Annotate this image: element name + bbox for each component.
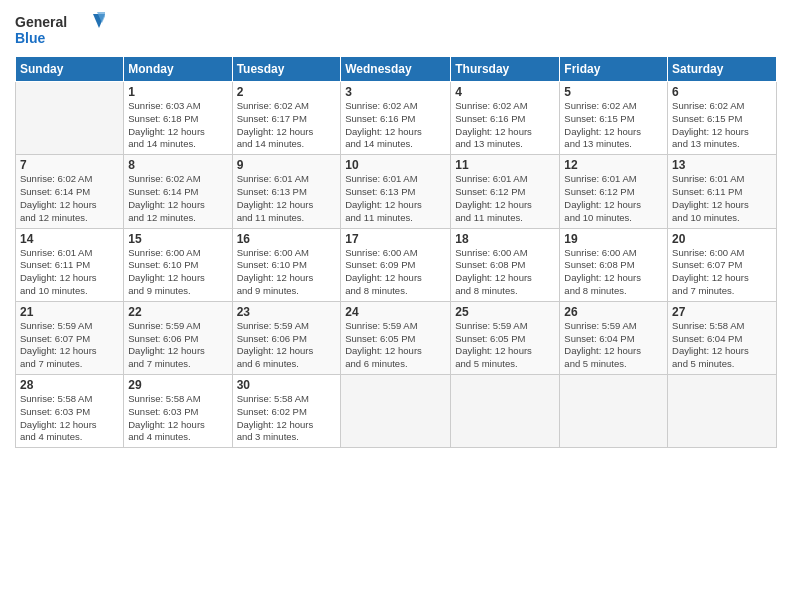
calendar-cell: 21Sunrise: 5:59 AM Sunset: 6:07 PM Dayli…: [16, 301, 124, 374]
day-info: Sunrise: 6:02 AM Sunset: 6:16 PM Dayligh…: [455, 100, 555, 151]
day-number: 2: [237, 85, 337, 99]
calendar-cell: 11Sunrise: 6:01 AM Sunset: 6:12 PM Dayli…: [451, 155, 560, 228]
day-info: Sunrise: 6:02 AM Sunset: 6:17 PM Dayligh…: [237, 100, 337, 151]
calendar-cell: 20Sunrise: 6:00 AM Sunset: 6:07 PM Dayli…: [668, 228, 777, 301]
calendar-cell: 16Sunrise: 6:00 AM Sunset: 6:10 PM Dayli…: [232, 228, 341, 301]
day-info: Sunrise: 6:01 AM Sunset: 6:11 PM Dayligh…: [20, 247, 119, 298]
calendar-cell: 29Sunrise: 5:58 AM Sunset: 6:03 PM Dayli…: [124, 375, 232, 448]
day-number: 10: [345, 158, 446, 172]
day-number: 29: [128, 378, 227, 392]
calendar-cell: 15Sunrise: 6:00 AM Sunset: 6:10 PM Dayli…: [124, 228, 232, 301]
calendar-header-wednesday: Wednesday: [341, 57, 451, 82]
calendar-header-thursday: Thursday: [451, 57, 560, 82]
page-header: General Blue: [15, 10, 777, 50]
day-info: Sunrise: 5:58 AM Sunset: 6:03 PM Dayligh…: [128, 393, 227, 444]
calendar-header-monday: Monday: [124, 57, 232, 82]
calendar-cell: 10Sunrise: 6:01 AM Sunset: 6:13 PM Dayli…: [341, 155, 451, 228]
day-number: 17: [345, 232, 446, 246]
day-number: 12: [564, 158, 663, 172]
calendar-header-saturday: Saturday: [668, 57, 777, 82]
day-info: Sunrise: 5:59 AM Sunset: 6:04 PM Dayligh…: [564, 320, 663, 371]
calendar-cell: 13Sunrise: 6:01 AM Sunset: 6:11 PM Dayli…: [668, 155, 777, 228]
calendar-cell: 25Sunrise: 5:59 AM Sunset: 6:05 PM Dayli…: [451, 301, 560, 374]
day-info: Sunrise: 5:59 AM Sunset: 6:05 PM Dayligh…: [455, 320, 555, 371]
calendar-cell: 14Sunrise: 6:01 AM Sunset: 6:11 PM Dayli…: [16, 228, 124, 301]
calendar-cell: 27Sunrise: 5:58 AM Sunset: 6:04 PM Dayli…: [668, 301, 777, 374]
day-number: 14: [20, 232, 119, 246]
day-number: 11: [455, 158, 555, 172]
svg-text:General: General: [15, 14, 67, 30]
day-info: Sunrise: 5:58 AM Sunset: 6:04 PM Dayligh…: [672, 320, 772, 371]
day-info: Sunrise: 6:01 AM Sunset: 6:12 PM Dayligh…: [455, 173, 555, 224]
calendar-cell: 8Sunrise: 6:02 AM Sunset: 6:14 PM Daylig…: [124, 155, 232, 228]
calendar-header-friday: Friday: [560, 57, 668, 82]
day-number: 28: [20, 378, 119, 392]
day-number: 13: [672, 158, 772, 172]
day-number: 6: [672, 85, 772, 99]
calendar-cell: [16, 82, 124, 155]
day-info: Sunrise: 6:03 AM Sunset: 6:18 PM Dayligh…: [128, 100, 227, 151]
calendar-cell: [560, 375, 668, 448]
day-number: 8: [128, 158, 227, 172]
calendar-week-1: 7Sunrise: 6:02 AM Sunset: 6:14 PM Daylig…: [16, 155, 777, 228]
calendar-cell: 22Sunrise: 5:59 AM Sunset: 6:06 PM Dayli…: [124, 301, 232, 374]
calendar-cell: 2Sunrise: 6:02 AM Sunset: 6:17 PM Daylig…: [232, 82, 341, 155]
day-number: 25: [455, 305, 555, 319]
day-number: 7: [20, 158, 119, 172]
day-number: 16: [237, 232, 337, 246]
calendar-cell: [341, 375, 451, 448]
calendar-cell: 6Sunrise: 6:02 AM Sunset: 6:15 PM Daylig…: [668, 82, 777, 155]
calendar-week-2: 14Sunrise: 6:01 AM Sunset: 6:11 PM Dayli…: [16, 228, 777, 301]
day-info: Sunrise: 6:00 AM Sunset: 6:08 PM Dayligh…: [455, 247, 555, 298]
calendar-week-0: 1Sunrise: 6:03 AM Sunset: 6:18 PM Daylig…: [16, 82, 777, 155]
day-info: Sunrise: 6:02 AM Sunset: 6:14 PM Dayligh…: [128, 173, 227, 224]
day-number: 23: [237, 305, 337, 319]
calendar-cell: 24Sunrise: 5:59 AM Sunset: 6:05 PM Dayli…: [341, 301, 451, 374]
logo-svg: General Blue: [15, 10, 105, 50]
calendar-cell: 3Sunrise: 6:02 AM Sunset: 6:16 PM Daylig…: [341, 82, 451, 155]
calendar-cell: 1Sunrise: 6:03 AM Sunset: 6:18 PM Daylig…: [124, 82, 232, 155]
calendar-cell: 18Sunrise: 6:00 AM Sunset: 6:08 PM Dayli…: [451, 228, 560, 301]
day-info: Sunrise: 6:02 AM Sunset: 6:15 PM Dayligh…: [564, 100, 663, 151]
day-number: 24: [345, 305, 446, 319]
calendar-header-row: SundayMondayTuesdayWednesdayThursdayFrid…: [16, 57, 777, 82]
day-number: 22: [128, 305, 227, 319]
day-number: 26: [564, 305, 663, 319]
day-number: 19: [564, 232, 663, 246]
day-number: 18: [455, 232, 555, 246]
day-info: Sunrise: 5:58 AM Sunset: 6:03 PM Dayligh…: [20, 393, 119, 444]
calendar-cell: 26Sunrise: 5:59 AM Sunset: 6:04 PM Dayli…: [560, 301, 668, 374]
day-number: 30: [237, 378, 337, 392]
logo: General Blue: [15, 10, 105, 50]
calendar-cell: 30Sunrise: 5:58 AM Sunset: 6:02 PM Dayli…: [232, 375, 341, 448]
calendar-cell: 4Sunrise: 6:02 AM Sunset: 6:16 PM Daylig…: [451, 82, 560, 155]
calendar-cell: 28Sunrise: 5:58 AM Sunset: 6:03 PM Dayli…: [16, 375, 124, 448]
calendar-cell: 12Sunrise: 6:01 AM Sunset: 6:12 PM Dayli…: [560, 155, 668, 228]
day-number: 20: [672, 232, 772, 246]
calendar-cell: 19Sunrise: 6:00 AM Sunset: 6:08 PM Dayli…: [560, 228, 668, 301]
calendar-cell: [668, 375, 777, 448]
day-number: 1: [128, 85, 227, 99]
day-info: Sunrise: 6:00 AM Sunset: 6:10 PM Dayligh…: [128, 247, 227, 298]
day-number: 15: [128, 232, 227, 246]
day-info: Sunrise: 6:00 AM Sunset: 6:09 PM Dayligh…: [345, 247, 446, 298]
day-info: Sunrise: 5:59 AM Sunset: 6:06 PM Dayligh…: [128, 320, 227, 371]
day-info: Sunrise: 5:58 AM Sunset: 6:02 PM Dayligh…: [237, 393, 337, 444]
day-info: Sunrise: 6:00 AM Sunset: 6:07 PM Dayligh…: [672, 247, 772, 298]
day-number: 5: [564, 85, 663, 99]
day-info: Sunrise: 5:59 AM Sunset: 6:06 PM Dayligh…: [237, 320, 337, 371]
day-info: Sunrise: 6:01 AM Sunset: 6:11 PM Dayligh…: [672, 173, 772, 224]
day-info: Sunrise: 6:02 AM Sunset: 6:16 PM Dayligh…: [345, 100, 446, 151]
calendar-week-3: 21Sunrise: 5:59 AM Sunset: 6:07 PM Dayli…: [16, 301, 777, 374]
day-info: Sunrise: 6:00 AM Sunset: 6:10 PM Dayligh…: [237, 247, 337, 298]
day-info: Sunrise: 6:02 AM Sunset: 6:14 PM Dayligh…: [20, 173, 119, 224]
day-info: Sunrise: 5:59 AM Sunset: 6:07 PM Dayligh…: [20, 320, 119, 371]
day-info: Sunrise: 6:01 AM Sunset: 6:13 PM Dayligh…: [237, 173, 337, 224]
day-info: Sunrise: 6:01 AM Sunset: 6:13 PM Dayligh…: [345, 173, 446, 224]
day-number: 21: [20, 305, 119, 319]
calendar-cell: 5Sunrise: 6:02 AM Sunset: 6:15 PM Daylig…: [560, 82, 668, 155]
calendar-cell: 23Sunrise: 5:59 AM Sunset: 6:06 PM Dayli…: [232, 301, 341, 374]
calendar-cell: [451, 375, 560, 448]
day-info: Sunrise: 6:01 AM Sunset: 6:12 PM Dayligh…: [564, 173, 663, 224]
calendar-header-tuesday: Tuesday: [232, 57, 341, 82]
